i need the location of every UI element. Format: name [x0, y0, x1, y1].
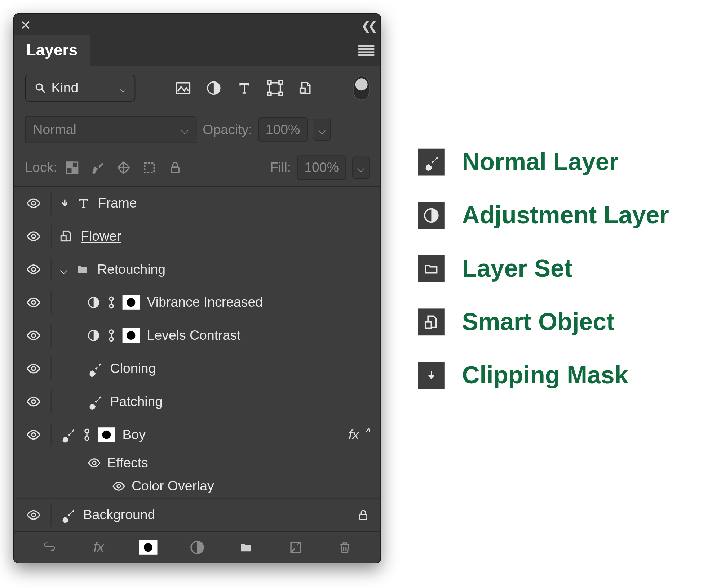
smart-object-icon [418, 308, 445, 335]
layer-row-flower[interactable]: Flower [14, 220, 381, 253]
delete-icon[interactable] [335, 540, 354, 555]
legend-label: Normal Layer [462, 148, 619, 176]
mask-thumbnail[interactable] [123, 328, 140, 343]
blend-row: Normal ⌵ Opacity: 100% ⌵ [14, 110, 381, 150]
layer-row-frame[interactable]: Frame [14, 187, 381, 220]
adjustment-icon [87, 329, 100, 342]
filter-pixel-icon[interactable] [174, 80, 192, 97]
brush-icon [87, 361, 103, 377]
visibility-toggle[interactable] [25, 427, 42, 442]
svg-point-20 [32, 300, 35, 304]
visibility-toggle[interactable] [25, 262, 42, 277]
visibility-toggle[interactable] [25, 394, 42, 409]
opacity-value[interactable]: 100% [258, 117, 307, 142]
legend: Normal Layer Adjustment Layer Layer Set … [418, 13, 669, 389]
visibility-toggle[interactable] [25, 361, 42, 376]
svg-point-30 [32, 367, 35, 370]
opacity-dropdown-icon[interactable]: ⌵ [313, 119, 331, 141]
new-adjustment-icon[interactable] [187, 540, 207, 555]
collapse-panel-icon[interactable]: ❮❮ [361, 18, 374, 33]
svg-rect-14 [171, 167, 179, 173]
legend-label: Clipping Mask [462, 361, 628, 389]
svg-point-27 [110, 330, 113, 334]
new-layer-icon[interactable] [286, 540, 305, 555]
bottom-toolbar: fx [14, 531, 381, 563]
add-mask-icon[interactable] [138, 540, 158, 555]
filter-shape-icon[interactable] [266, 80, 284, 97]
blend-mode-dropdown[interactable]: Normal ⌵ [25, 116, 196, 143]
tab-label: Layers [26, 41, 78, 59]
svg-point-15 [32, 201, 35, 205]
legend-smart-object: Smart Object [418, 308, 669, 336]
panel-top-bar: ✕ ❮❮ [14, 14, 381, 35]
smart-object-icon [60, 230, 73, 243]
lock-all-icon[interactable] [166, 159, 183, 177]
layer-row-boy[interactable]: Boy fx ˄ [14, 418, 381, 451]
fx-indicator[interactable]: fx ˄ [349, 427, 370, 443]
mask-thumbnail[interactable] [123, 295, 140, 310]
filter-type-icon[interactable] [236, 80, 253, 97]
legend-layer-set: Layer Set [418, 255, 669, 282]
chevron-up-icon: ˄ [363, 427, 370, 443]
svg-point-0 [36, 84, 42, 90]
layer-name: Boy [123, 427, 146, 443]
lock-pixels-icon[interactable] [89, 159, 106, 177]
fill-label: Fill: [270, 160, 291, 175]
visibility-toggle[interactable] [25, 196, 42, 211]
layer-row-retouching-group[interactable]: ⌵ Retouching [14, 253, 381, 286]
mask-thumbnail[interactable] [98, 427, 115, 442]
layer-row-cloning[interactable]: Cloning [14, 352, 381, 385]
close-icon[interactable]: ✕ [20, 18, 31, 34]
link-icon [108, 295, 115, 310]
svg-rect-13 [145, 163, 154, 173]
svg-point-36 [93, 461, 96, 464]
lock-transparency-icon[interactable] [63, 159, 81, 177]
filter-smartobject-icon[interactable] [297, 80, 314, 97]
fx-icon[interactable]: fx [89, 539, 109, 555]
filter-toggle[interactable] [354, 76, 370, 100]
tab-layers[interactable]: Layers [14, 35, 90, 66]
visibility-toggle[interactable] [25, 328, 42, 343]
layer-effects-row[interactable]: Effects [14, 451, 381, 475]
filter-adjustment-icon[interactable] [205, 80, 222, 97]
panel-menu-icon[interactable] [358, 45, 374, 56]
layer-effect-coloroverlay[interactable]: Color Overlay [14, 475, 381, 498]
svg-rect-43 [425, 322, 432, 328]
layer-row-patching[interactable]: Patching [14, 385, 381, 418]
visibility-toggle[interactable] [25, 229, 42, 244]
layer-row-levels[interactable]: Levels Contrast [14, 319, 381, 352]
new-group-icon[interactable] [236, 541, 256, 554]
filter-kind-dropdown[interactable]: Kind ⌵ [25, 75, 135, 102]
fill-value[interactable]: 100% [297, 155, 346, 180]
svg-rect-7 [268, 92, 271, 95]
lock-position-icon[interactable] [115, 159, 132, 177]
svg-rect-2 [176, 83, 190, 93]
svg-line-1 [42, 90, 45, 93]
visibility-toggle[interactable] [25, 508, 42, 522]
brush-icon [418, 148, 445, 175]
lock-artboard-icon[interactable] [141, 159, 158, 177]
svg-point-17 [32, 235, 35, 238]
layer-row-vibrance[interactable]: Vibrance Increased [14, 286, 381, 319]
layer-name: Retouching [97, 262, 165, 277]
layer-name: Flower [81, 228, 121, 244]
layer-list: Frame Flower [14, 186, 381, 531]
layer-name: Vibrance Increased [147, 294, 263, 310]
layer-row-background[interactable]: Background [14, 498, 381, 532]
legend-adjustment-layer: Adjustment Layer [418, 201, 669, 229]
chevron-down-icon: ⌵ [181, 122, 189, 138]
svg-point-28 [110, 337, 113, 341]
link-layers-icon[interactable] [40, 542, 59, 553]
folder-icon [418, 255, 445, 282]
chevron-down-icon[interactable]: ⌵ [60, 262, 68, 277]
legend-normal-layer: Normal Layer [418, 148, 669, 176]
fill-dropdown-icon[interactable]: ⌵ [352, 157, 370, 179]
legend-clipping-mask: Clipping Mask [418, 361, 669, 389]
svg-point-25 [32, 334, 35, 337]
lock-icon [357, 509, 370, 521]
svg-point-32 [32, 433, 35, 437]
visibility-toggle[interactable] [25, 295, 42, 310]
search-icon [34, 82, 47, 94]
layer-name: Frame [98, 195, 137, 211]
color-overlay-label: Color Overlay [132, 478, 214, 494]
